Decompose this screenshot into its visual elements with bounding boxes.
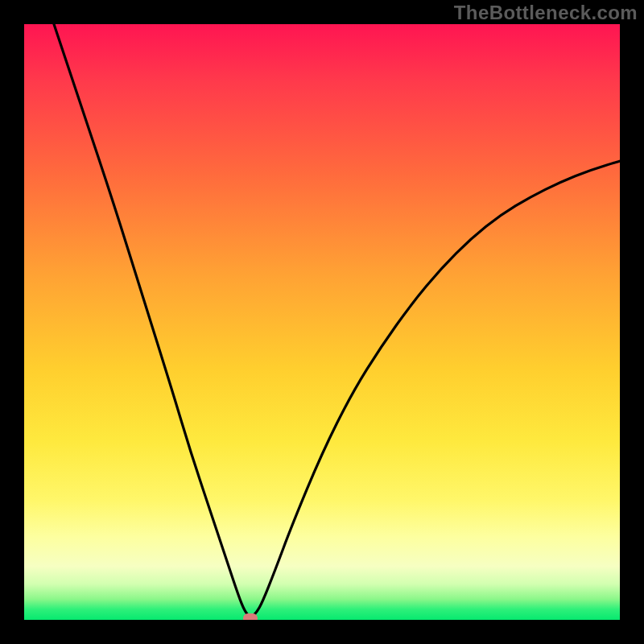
optimal-marker <box>243 613 258 620</box>
bottleneck-curve <box>54 24 620 617</box>
watermark-text: TheBottleneck.com <box>454 2 638 24</box>
curve-layer <box>24 24 620 620</box>
plot-area <box>24 24 620 620</box>
chart-container: TheBottleneck.com <box>0 0 644 644</box>
